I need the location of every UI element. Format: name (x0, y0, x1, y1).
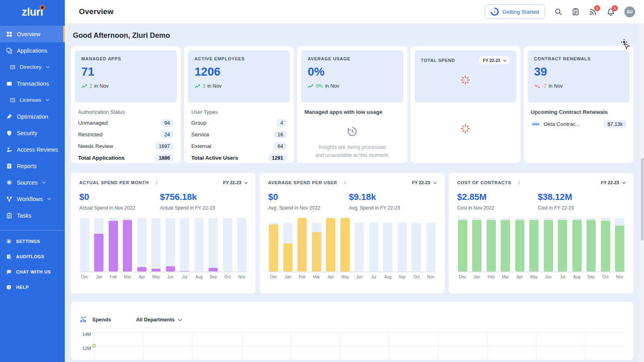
bar-column-jun[interactable]: Jun (544, 218, 553, 280)
bar-column-jun[interactable]: Jun (166, 218, 175, 280)
managed-apps-panel: MANAGED APPS 71 2 in Nov (75, 50, 177, 103)
shield-icon (6, 130, 12, 136)
bar-fill (458, 220, 467, 272)
bar-column-dec[interactable]: Dec (80, 218, 89, 280)
fiscal-year-select[interactable]: FY 22-23 (412, 180, 436, 185)
bar-column-may[interactable]: May (341, 218, 350, 280)
stat-row-total[interactable]: Total Active Users1291 (191, 154, 287, 162)
bar-column-jan[interactable]: Jan (94, 218, 103, 280)
bar-column-dec[interactable]: Dec (458, 218, 467, 280)
bar-column-oct[interactable]: Oct (223, 218, 232, 280)
info-icon[interactable]: i (156, 180, 157, 185)
getting-started-button[interactable]: 1 Getting Started (485, 4, 545, 19)
series-start-point[interactable] (92, 344, 96, 348)
bar-track (237, 218, 246, 272)
bar-column-nov[interactable]: Nov (426, 218, 436, 280)
bar-column-jun[interactable]: Jun (355, 218, 364, 280)
bar-column-jul[interactable]: Jul (180, 218, 189, 280)
chart-title: ACTUAL SPEND PER MONTH (79, 180, 149, 185)
stat-row[interactable]: Restricted24 (78, 131, 173, 138)
bar-month-label: Feb (299, 275, 305, 279)
bar-month-label: Jun (356, 275, 363, 279)
sidebar-item-reports[interactable]: Reports (0, 158, 65, 174)
fiscal-year-select[interactable]: FY 22-23 (479, 56, 510, 64)
bar-column-apr[interactable]: Apr (137, 218, 147, 280)
y-tick: 12M (80, 346, 91, 360)
sidebar-item-settings[interactable]: SETTINGS (0, 234, 65, 249)
sidebar-item-overview[interactable]: Overview (0, 26, 65, 42)
bar-column-mar[interactable]: Mar (312, 218, 321, 280)
sidebar-item-tasks[interactable]: Tasks (0, 207, 65, 224)
sidebar-item-licenses[interactable]: Licenses (0, 92, 65, 108)
stat-row-total[interactable]: Total Applications1886 (78, 154, 173, 162)
bar-column-jul[interactable]: Jul (369, 218, 378, 280)
bar-column-oct[interactable]: Oct (412, 218, 421, 280)
bar-track (151, 218, 161, 272)
bar-column-nov[interactable]: Nov (615, 218, 624, 280)
bar-column-aug[interactable]: Aug (572, 218, 582, 280)
stat-row[interactable]: Group4 (191, 119, 287, 127)
vertical-scrollbar[interactable] (640, 23, 644, 362)
info-icon[interactable]: i (518, 180, 520, 185)
department-select[interactable]: All Departments (136, 317, 182, 323)
bar-column-jan[interactable]: Jan (283, 218, 293, 280)
checklist-button[interactable] (572, 8, 580, 16)
bar-column-dec[interactable]: Dec (269, 218, 278, 280)
tasks-icon (6, 212, 12, 219)
fiscal-year-select[interactable]: FY 22-23 (223, 180, 247, 185)
stat-label: Actual Spend in FY 22-23 (160, 205, 240, 211)
zluri-logo[interactable]: zluri (0, 0, 65, 24)
bar-column-may[interactable]: May (529, 218, 539, 280)
bar-column-aug[interactable]: Aug (194, 218, 204, 280)
sidebar-item-optimization[interactable]: Optimization (0, 108, 65, 125)
user-avatar[interactable]: SU (624, 6, 635, 17)
horizontal-gridline (94, 346, 625, 346)
bar-column-feb[interactable]: Feb (487, 218, 496, 280)
sidebar-item-workflows[interactable]: Workflows (0, 191, 65, 207)
stat-row-value: 1886 (155, 154, 173, 162)
bar-column-apr[interactable]: Apr (515, 218, 524, 280)
bar-column-jan[interactable]: Jan (472, 218, 481, 280)
bar-column-mar[interactable]: Mar (123, 218, 132, 280)
bar-column-feb[interactable]: Feb (297, 218, 307, 280)
search-button[interactable] (554, 8, 562, 16)
notifications-button[interactable]: 1 (607, 8, 615, 16)
department-value: All Departments (136, 317, 175, 323)
bar-column-sep[interactable]: Sep (398, 218, 407, 280)
info-icon[interactable]: i (345, 180, 346, 185)
stat-row[interactable]: Service16 (191, 131, 287, 138)
trend-suffix: in Nov (207, 83, 221, 89)
sidebar-item-applications[interactable]: Applications (0, 42, 65, 59)
bar-column-sep[interactable]: Sep (208, 218, 218, 280)
bar-column-sep[interactable]: Sep (586, 218, 596, 280)
whats-new-button[interactable]: 1 (589, 8, 597, 16)
bar-column-mar[interactable]: Mar (501, 218, 510, 280)
bar-column-oct[interactable]: Oct (601, 218, 610, 280)
stat-row[interactable]: Unmanaged94 (78, 119, 173, 127)
sidebar-item-access-reviews[interactable]: Access Reviews (0, 141, 65, 158)
bar-column-jul[interactable]: Jul (558, 218, 567, 280)
bar-column-apr[interactable]: Apr (326, 218, 335, 280)
stat-row[interactable]: Needs Review1697 (78, 142, 173, 150)
scrollbar-thumb[interactable] (641, 158, 644, 241)
chevron-down-icon (433, 180, 436, 183)
bar-column-may[interactable]: May (151, 218, 161, 280)
bar-column-nov[interactable]: Nov (237, 218, 246, 280)
sidebar-item-auditlogs[interactable]: AUDITLOGS (0, 249, 65, 264)
sidebar-item-security[interactable]: Security (0, 125, 65, 141)
sidebar-item-chat-with-us[interactable]: CHAT WITH US (0, 264, 65, 280)
sidebar-item-transactions[interactable]: Transactions (0, 75, 65, 92)
chart-card-row: ACTUAL SPEND PER MONTH i FY 22-23 $0 Act… (71, 173, 634, 294)
bar-column-feb[interactable]: Feb (109, 218, 118, 280)
renewal-row[interactable]: okta Okta Contrac... $7.13k (531, 120, 626, 128)
stat-row[interactable]: External64 (191, 142, 287, 150)
sidebar-item-help[interactable]: ? HELP (0, 280, 65, 295)
stat-left: $0 Actual Spend in Nov 2022 (79, 192, 160, 211)
bar-track (194, 218, 204, 272)
fiscal-year-select[interactable]: FY 22-23 (601, 180, 625, 185)
body-loading-area (415, 103, 516, 155)
bar-column-aug[interactable]: Aug (383, 218, 392, 280)
sidebar-item-sources[interactable]: Sources (0, 174, 65, 191)
sidebar-item-directory[interactable]: Directory (0, 59, 65, 75)
sidebar-item-label: Transactions (17, 80, 49, 87)
